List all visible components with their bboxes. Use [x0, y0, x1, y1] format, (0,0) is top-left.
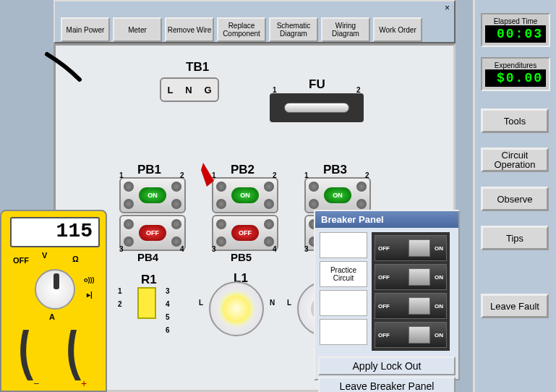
meter-diode-label: ▸|	[87, 291, 93, 299]
expenditures-label: Expenditures	[485, 61, 546, 69]
remove-wire-button[interactable]: Remove Wire	[165, 17, 214, 42]
breaker-switch-1[interactable]: OFFON	[375, 235, 447, 261]
pb2-label: PB2	[231, 163, 255, 177]
pb3-on[interactable]: ON	[324, 187, 351, 203]
tb1-label: TB1	[186, 60, 209, 74]
leave-breaker-panel-button[interactable]: Leave Breaker Panel	[318, 377, 456, 392]
tb1-g: G	[204, 85, 211, 95]
probe-cable-icon	[43, 51, 94, 87]
breaker-slot-practice[interactable]: Practice Circuit	[320, 261, 367, 287]
meter-dial[interactable]	[35, 269, 75, 310]
breaker-switch-4[interactable]: OFFON	[375, 322, 447, 348]
circuit-operation-button[interactable]: Circuit Operation	[481, 148, 549, 172]
probe-clip-icon[interactable]	[200, 159, 221, 188]
fuse[interactable]	[270, 93, 364, 122]
breaker-slot-1[interactable]	[320, 232, 367, 258]
meter-off-label: OFF	[13, 256, 29, 265]
breaker-switch-3[interactable]: OFFON	[375, 293, 447, 319]
wiring-diagram-button[interactable]: Wiring Diagram	[321, 17, 370, 42]
multimeter: 115 OFF V Ω o))) ▸| A − +	[0, 210, 107, 392]
expenditures-value: $0.00	[485, 69, 546, 87]
schematic-diagram-button[interactable]: Schematic Diagram	[269, 17, 318, 42]
breaker-switch-2[interactable]: OFFON	[375, 264, 447, 290]
pb4-label: PB4	[137, 251, 158, 263]
pb5-off[interactable]: OFF	[231, 225, 259, 241]
meter-sound-label: o)))	[84, 276, 95, 284]
breaker-slot-3[interactable]	[320, 290, 367, 316]
tips-button[interactable]: Tips	[481, 226, 549, 250]
close-button[interactable]: ×	[445, 3, 450, 13]
toolbar: × Main Power Meter Remove Wire Replace C…	[54, 0, 456, 43]
terminal-block-tb1[interactable]: L N G	[160, 77, 219, 102]
leave-fault-button[interactable]: Leave Fault	[481, 294, 549, 318]
observe-button[interactable]: Observe	[481, 187, 549, 211]
pb2-on[interactable]: ON	[231, 187, 259, 203]
meter-display: 115	[10, 217, 100, 247]
work-order-button[interactable]: Work Order	[373, 17, 422, 42]
breaker-slot-4[interactable]	[320, 319, 367, 345]
elapsed-time-value: 00:03	[485, 25, 546, 43]
expenditures-box: Expenditures $0.00	[481, 57, 550, 91]
sidebar: Elapsed Time 00:03 Expenditures $0.00 To…	[473, 0, 556, 392]
meter-ohm-label: Ω	[72, 255, 79, 263]
meter-v-label: V	[42, 251, 47, 260]
meter-button[interactable]: Meter	[113, 17, 162, 42]
replace-component-button[interactable]: Replace Component	[217, 17, 266, 42]
r1-label: R1	[141, 273, 157, 287]
pb5-label: PB5	[231, 251, 252, 263]
fu-label: FU	[309, 77, 325, 92]
breaker-panel: Breaker Panel Practice Circuit OFFON OFF…	[314, 210, 460, 380]
pb3-label: PB3	[323, 163, 347, 177]
tb1-n: N	[185, 85, 192, 95]
light-l1[interactable]	[209, 281, 264, 336]
breaker-panel-title: Breaker Panel	[315, 211, 458, 228]
main-power-button[interactable]: Main Power	[61, 17, 110, 42]
elapsed-time-box: Elapsed Time 00:03	[481, 13, 550, 47]
meter-a-label: A	[49, 312, 55, 321]
pb4-off[interactable]: OFF	[139, 225, 166, 241]
apply-lockout-button[interactable]: Apply Lock Out	[318, 357, 456, 375]
elapsed-time-label: Elapsed Time	[485, 17, 546, 25]
tb1-l: L	[167, 85, 173, 95]
pb1-label: PB1	[137, 163, 161, 177]
pb1-on[interactable]: ON	[139, 187, 166, 203]
tools-button[interactable]: Tools	[481, 108, 549, 133]
